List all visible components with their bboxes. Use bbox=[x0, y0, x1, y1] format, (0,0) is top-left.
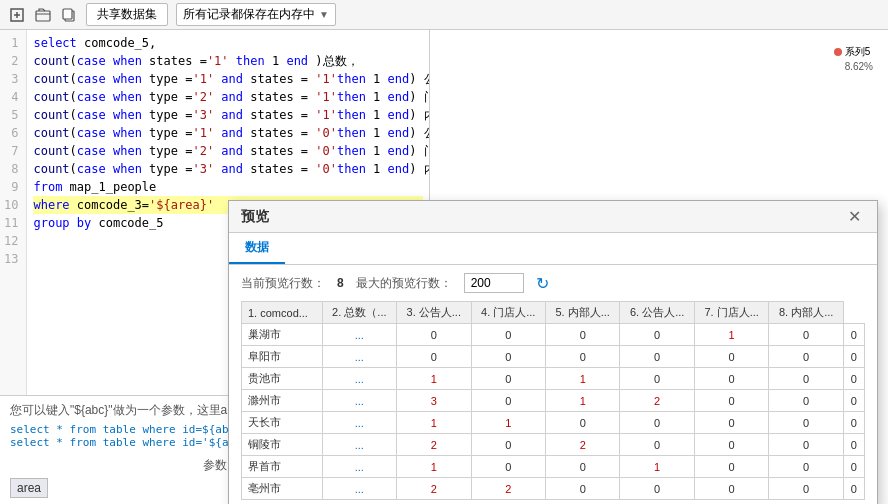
cell-dots-7: ... bbox=[322, 478, 396, 500]
cell-5-8: 0 bbox=[843, 434, 864, 456]
cell-2-4: 1 bbox=[545, 368, 619, 390]
cell-2-3: 0 bbox=[471, 368, 545, 390]
open-icon[interactable] bbox=[34, 6, 52, 24]
cell-7-7: 0 bbox=[769, 478, 843, 500]
status-dropdown[interactable]: 所有记录都保存在内存中 ▼ bbox=[176, 3, 336, 26]
preview-row-label: 当前预览行数： bbox=[241, 275, 325, 292]
cell-6-3: 0 bbox=[471, 456, 545, 478]
table-row: 天长市...1100000 bbox=[242, 412, 865, 434]
cell-6-8: 0 bbox=[843, 456, 864, 478]
refresh-button[interactable]: ↻ bbox=[536, 274, 549, 293]
table-row: 铜陵市...2020000 bbox=[242, 434, 865, 456]
cell-6-7: 0 bbox=[769, 456, 843, 478]
cell-4-8: 0 bbox=[843, 412, 864, 434]
cell-7-5: 0 bbox=[620, 478, 694, 500]
sql-line-7: count(case when type ='2' and states = '… bbox=[33, 142, 423, 160]
cell-3-8: 0 bbox=[843, 390, 864, 412]
cell-1-2: 0 bbox=[397, 346, 471, 368]
cell-3-2: 3 bbox=[397, 390, 471, 412]
modal-header: 预览 ✕ bbox=[229, 201, 877, 233]
modal-close-button[interactable]: ✕ bbox=[844, 207, 865, 226]
cell-5-7: 0 bbox=[769, 434, 843, 456]
sql-line-3: count(case when type ='1' and states = '… bbox=[33, 70, 423, 88]
cell-0-4: 0 bbox=[545, 324, 619, 346]
cell-city-4: 天长市 bbox=[242, 412, 323, 434]
sql-line-9: from map_1_people bbox=[33, 178, 423, 196]
cell-0-3: 0 bbox=[471, 324, 545, 346]
max-row-input[interactable] bbox=[464, 273, 524, 293]
cell-1-7: 0 bbox=[769, 346, 843, 368]
cell-3-4: 1 bbox=[545, 390, 619, 412]
modal-title: 预览 bbox=[241, 208, 269, 226]
sql-line-5: count(case when type ='3' and states = '… bbox=[33, 106, 423, 124]
cell-1-5: 0 bbox=[620, 346, 694, 368]
toolbar: 共享数据集 所有记录都保存在内存中 ▼ bbox=[0, 0, 888, 30]
cell-0-5: 0 bbox=[620, 324, 694, 346]
copy-icon[interactable] bbox=[60, 6, 78, 24]
cell-7-8: 0 bbox=[843, 478, 864, 500]
sql-line-8: count(case when type ='3' and states = '… bbox=[33, 160, 423, 178]
col-header-2: 3. 公告人... bbox=[397, 302, 471, 324]
modal-tabs: 数据 bbox=[229, 233, 877, 265]
preview-controls: 当前预览行数： 8 最大的预览行数： ↻ bbox=[241, 273, 865, 293]
cell-4-5: 0 bbox=[620, 412, 694, 434]
cell-3-7: 0 bbox=[769, 390, 843, 412]
cell-2-6: 0 bbox=[694, 368, 768, 390]
cell-dots-0: ... bbox=[322, 324, 396, 346]
cell-dots-6: ... bbox=[322, 456, 396, 478]
col-header-4: 5. 内部人... bbox=[545, 302, 619, 324]
cell-0-2: 0 bbox=[397, 324, 471, 346]
cell-4-4: 0 bbox=[545, 412, 619, 434]
cell-city-5: 铜陵市 bbox=[242, 434, 323, 456]
line-numbers: 12345678910111213 bbox=[0, 30, 27, 395]
cell-city-2: 贵池市 bbox=[242, 368, 323, 390]
sql-line-4: count(case when type ='2' and states = '… bbox=[33, 88, 423, 106]
cell-5-4: 2 bbox=[545, 434, 619, 456]
tab-data[interactable]: 数据 bbox=[229, 233, 285, 264]
cell-6-2: 1 bbox=[397, 456, 471, 478]
cell-2-7: 0 bbox=[769, 368, 843, 390]
col-header-1: 2. 总数（... bbox=[322, 302, 396, 324]
table-row: 界首市...1001000 bbox=[242, 456, 865, 478]
cell-1-4: 0 bbox=[545, 346, 619, 368]
cell-7-2: 2 bbox=[397, 478, 471, 500]
cell-4-7: 0 bbox=[769, 412, 843, 434]
cell-5-2: 2 bbox=[397, 434, 471, 456]
cell-city-3: 滁州市 bbox=[242, 390, 323, 412]
share-dataset-button[interactable]: 共享数据集 bbox=[86, 3, 168, 26]
max-row-label: 最大的预览行数： bbox=[356, 275, 452, 292]
dropdown-arrow-icon: ▼ bbox=[319, 9, 329, 20]
cell-0-7: 0 bbox=[769, 324, 843, 346]
sql-line-6: count(case when type ='1' and states = '… bbox=[33, 124, 423, 142]
sql-line-1: select comcode_5, bbox=[33, 34, 423, 52]
table-row: 贵池市...1010000 bbox=[242, 368, 865, 390]
preview-modal: 预览 ✕ 数据 当前预览行数： 8 最大的预览行数： ↻ 1. comcod..… bbox=[228, 200, 878, 504]
preview-row-value: 8 bbox=[337, 276, 344, 290]
cell-dots-4: ... bbox=[322, 412, 396, 434]
cell-4-2: 1 bbox=[397, 412, 471, 434]
cell-dots-1: ... bbox=[322, 346, 396, 368]
cell-1-8: 0 bbox=[843, 346, 864, 368]
cell-4-3: 1 bbox=[471, 412, 545, 434]
cell-dots-5: ... bbox=[322, 434, 396, 456]
sql-line-2: count(case when states ='1' then 1 end )… bbox=[33, 52, 423, 70]
cell-3-6: 0 bbox=[694, 390, 768, 412]
cell-1-6: 0 bbox=[694, 346, 768, 368]
cell-6-6: 0 bbox=[694, 456, 768, 478]
cell-3-3: 0 bbox=[471, 390, 545, 412]
cell-4-6: 0 bbox=[694, 412, 768, 434]
cell-2-5: 0 bbox=[620, 368, 694, 390]
col-header-3: 4. 门店人... bbox=[471, 302, 545, 324]
col-header-0: 1. comcod... bbox=[242, 302, 323, 324]
table-row: 滁州市...3012000 bbox=[242, 390, 865, 412]
table-row: 亳州市...2200000 bbox=[242, 478, 865, 500]
col-header-6: 7. 门店人... bbox=[694, 302, 768, 324]
param-tag-area: area bbox=[10, 478, 48, 498]
new-icon[interactable] bbox=[8, 6, 26, 24]
svg-rect-3 bbox=[36, 11, 50, 21]
table-row: 阜阳市...0000000 bbox=[242, 346, 865, 368]
table-row: 巢湖市...0000100 bbox=[242, 324, 865, 346]
data-table: 1. comcod...2. 总数（...3. 公告人...4. 门店人...5… bbox=[241, 301, 865, 500]
cell-7-6: 0 bbox=[694, 478, 768, 500]
cell-2-8: 0 bbox=[843, 368, 864, 390]
